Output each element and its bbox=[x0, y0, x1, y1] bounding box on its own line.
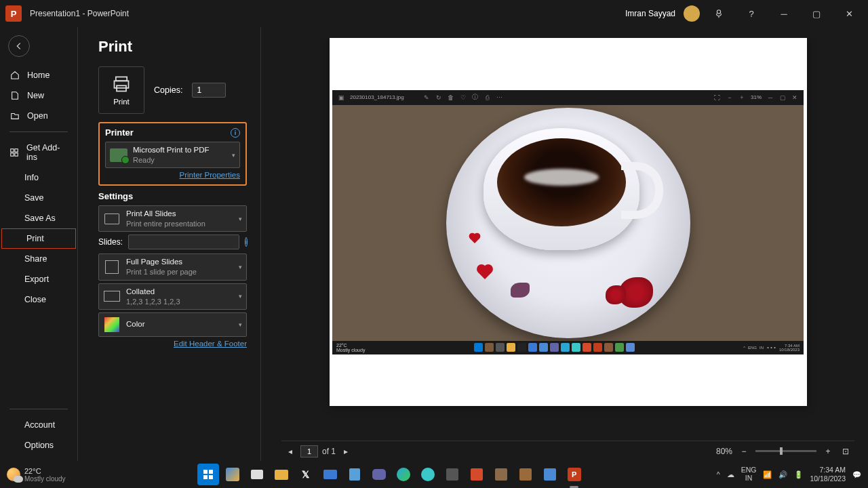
taskbar-app[interactable] bbox=[441, 464, 463, 485]
nav-export[interactable]: Export bbox=[0, 269, 77, 289]
embedded-weather: Mostly cloudy bbox=[336, 348, 365, 352]
taskbar-app-icon bbox=[517, 343, 526, 352]
maximize-button[interactable]: ▢ bbox=[803, 0, 830, 27]
more-icon: ⋯ bbox=[496, 94, 503, 101]
range-sub: Print entire presentation bbox=[126, 219, 233, 228]
zoom-in-button[interactable]: + bbox=[822, 445, 834, 458]
slides-input[interactable] bbox=[128, 235, 239, 249]
nav-saveas[interactable]: Save As bbox=[0, 208, 77, 228]
nav-label: Options bbox=[24, 441, 54, 450]
taskbar-app[interactable] bbox=[417, 464, 439, 485]
svg-rect-4 bbox=[15, 153, 18, 156]
nav-options[interactable]: Options bbox=[0, 435, 77, 455]
taskbar-app[interactable] bbox=[246, 464, 268, 485]
page-input[interactable] bbox=[300, 445, 318, 458]
nav-share[interactable]: Share bbox=[0, 249, 77, 269]
nav-print[interactable]: Print bbox=[1, 228, 76, 249]
layout-dropdown[interactable]: Full Page Slides Print 1 slide per page … bbox=[98, 253, 247, 280]
weather-widget[interactable]: 22°C Mostly cloudy bbox=[7, 467, 66, 483]
volume-icon[interactable]: 🔊 bbox=[778, 470, 787, 479]
taskbar-app-icon bbox=[474, 343, 483, 352]
onedrive-icon[interactable]: ☁ bbox=[727, 470, 734, 479]
nav-label: Account bbox=[24, 420, 55, 430]
mic-icon[interactable] bbox=[705, 0, 732, 27]
close-button[interactable]: ✕ bbox=[835, 0, 863, 27]
nav-home[interactable]: Home bbox=[0, 65, 77, 85]
taskbar-app[interactable] bbox=[490, 464, 512, 485]
titlebar: P Presentation1 - PowerPoint Imran Sayya… bbox=[0, 0, 868, 27]
open-icon bbox=[9, 111, 20, 121]
maximize-icon: ▢ bbox=[779, 94, 786, 101]
page-title: Print bbox=[98, 38, 247, 56]
home-icon bbox=[9, 70, 20, 80]
nav-info[interactable]: Info bbox=[0, 167, 77, 188]
nav-addins[interactable]: Get Add-ins bbox=[0, 138, 77, 167]
taskbar-app-icon bbox=[550, 343, 559, 352]
zoom-slider[interactable] bbox=[755, 450, 816, 452]
clock-time[interactable]: 7:34 AM bbox=[810, 466, 846, 474]
nav-new[interactable]: New bbox=[0, 85, 77, 106]
taskbar-app[interactable] bbox=[344, 464, 366, 485]
help-icon[interactable]: ? bbox=[738, 0, 765, 27]
taskbar-app[interactable]: 𝕏 bbox=[295, 464, 317, 485]
weather-desc: Mostly cloudy bbox=[24, 475, 66, 483]
discord-app[interactable] bbox=[368, 464, 390, 485]
region-indicator: IN bbox=[741, 474, 757, 483]
info-icon[interactable]: i bbox=[245, 237, 248, 247]
taskbar-app[interactable] bbox=[222, 464, 243, 485]
embedded-temp: 22°C bbox=[336, 343, 365, 348]
start-button[interactable] bbox=[197, 464, 219, 485]
print-range-dropdown[interactable]: Print All Slides Print entire presentati… bbox=[98, 205, 247, 232]
tray-chevron-icon[interactable]: ^ bbox=[717, 470, 720, 479]
minimize-button[interactable]: ─ bbox=[770, 0, 797, 27]
user-avatar[interactable] bbox=[684, 5, 700, 22]
color-dropdown[interactable]: Color ▾ bbox=[98, 312, 247, 337]
notifications-icon[interactable]: 💬 bbox=[852, 470, 861, 479]
zoom-level: 80% bbox=[716, 447, 732, 456]
edit-header-footer-link[interactable]: Edit Header & Footer bbox=[98, 340, 247, 348]
wifi-icon[interactable]: 📶 bbox=[763, 470, 772, 479]
printer-dropdown[interactable]: Microsoft Print to PDF Ready ▾ bbox=[105, 142, 240, 168]
nav-label: Save bbox=[24, 193, 44, 203]
printer-properties-link[interactable]: Printer Properties bbox=[105, 171, 240, 179]
zoom-out-button[interactable]: − bbox=[738, 445, 750, 458]
nav-save[interactable]: Save bbox=[0, 188, 77, 208]
taskbar-app[interactable] bbox=[539, 464, 561, 485]
taskbar-app-icon bbox=[528, 343, 537, 352]
info-icon[interactable]: i bbox=[231, 128, 240, 138]
zoom-fit-button[interactable]: ⊡ bbox=[840, 445, 852, 458]
battery-icon[interactable]: 🔋 bbox=[794, 470, 803, 479]
copies-input[interactable] bbox=[192, 83, 226, 98]
prev-page-button[interactable]: ◂ bbox=[284, 445, 296, 458]
temp: 22°C bbox=[24, 467, 66, 475]
printer-status: Ready bbox=[133, 155, 226, 165]
chevron-down-icon: ▾ bbox=[239, 216, 242, 222]
nav-divider bbox=[9, 131, 68, 132]
next-page-button[interactable]: ▸ bbox=[340, 445, 352, 458]
user-name[interactable]: Imran Sayyad bbox=[625, 9, 675, 18]
edit-icon: ✎ bbox=[423, 94, 430, 101]
taskbar-app[interactable] bbox=[515, 464, 536, 485]
fullscreen-icon: ⛶ bbox=[714, 94, 721, 101]
windows-taskbar: 22°C Mostly cloudy 𝕏 P ^ ☁ ENG IN 📶 🔊 🔋 … bbox=[0, 461, 868, 488]
embedded-filename: 20230103_184713.jpg bbox=[350, 94, 404, 100]
nav-close[interactable]: Close bbox=[0, 289, 77, 310]
back-button[interactable] bbox=[8, 35, 30, 57]
powerpoint-app[interactable]: P bbox=[564, 464, 585, 485]
nav-label: Info bbox=[24, 173, 39, 182]
nav-account[interactable]: Account bbox=[0, 415, 77, 435]
edge-browser[interactable] bbox=[393, 464, 414, 485]
mail-app[interactable] bbox=[319, 464, 341, 485]
lang-indicator: ENG bbox=[748, 346, 757, 350]
delete-icon: 🗑 bbox=[448, 94, 454, 101]
nav-open[interactable]: Open bbox=[0, 106, 77, 126]
collate-icon bbox=[104, 291, 120, 302]
collate-dropdown[interactable]: Collated 1,2,3 1,2,3 1,2,3 ▾ bbox=[98, 283, 247, 310]
svg-rect-8 bbox=[203, 470, 208, 474]
taskbar-app[interactable] bbox=[466, 464, 488, 485]
svg-point-0 bbox=[717, 10, 720, 14]
print-button[interactable]: Print bbox=[98, 66, 144, 114]
slide-preview-page: ▣ 20230103_184713.jpg ✎ ↻ 🗑 ♡ ⓘ ⎙ ⋯ bbox=[330, 38, 807, 406]
slide-content: ▣ 20230103_184713.jpg ✎ ↻ 🗑 ♡ ⓘ ⎙ ⋯ bbox=[332, 90, 804, 354]
file-explorer[interactable] bbox=[271, 464, 292, 485]
